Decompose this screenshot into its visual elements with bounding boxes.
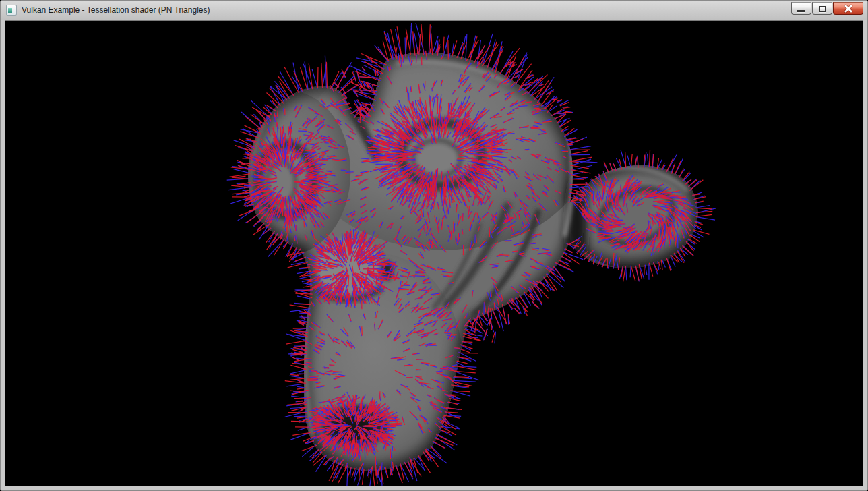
minimize-button[interactable]	[791, 2, 811, 15]
maximize-button[interactable]	[812, 2, 832, 15]
app-icon[interactable]	[6, 5, 17, 16]
minimize-icon	[797, 10, 805, 12]
titlebar[interactable]: Vulkan Example - Tessellation shader (PN…	[1, 1, 867, 20]
close-icon	[843, 4, 854, 13]
vulkan-3d-scene	[5, 21, 863, 486]
window-controls	[790, 2, 863, 15]
maximize-icon	[819, 6, 826, 12]
render-viewport[interactable]	[5, 20, 863, 486]
app-window: Vulkan Example - Tessellation shader (PN…	[0, 0, 868, 491]
window-title: Vulkan Example - Tessellation shader (PN…	[22, 5, 210, 16]
close-button[interactable]	[833, 2, 863, 15]
